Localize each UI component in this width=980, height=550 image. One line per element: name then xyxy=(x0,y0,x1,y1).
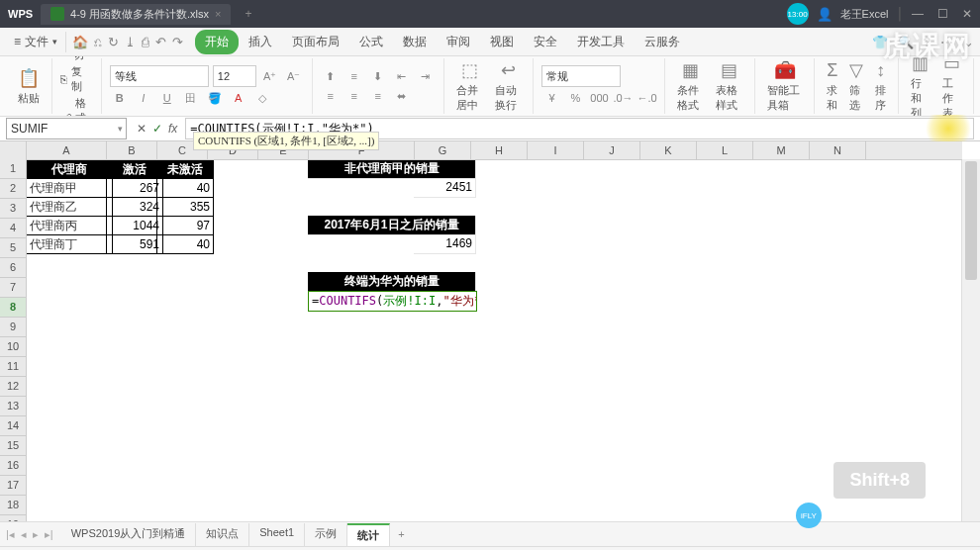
sheet-tab-示例[interactable]: 示例 xyxy=(305,523,347,546)
user-icon[interactable]: 👤 xyxy=(817,7,833,22)
qat-icon-4[interactable]: ⎙ xyxy=(142,35,149,49)
qat-icon-3[interactable]: ⤓ xyxy=(125,35,136,49)
sheet-first-icon[interactable]: |◂ xyxy=(6,528,15,541)
doc-tab[interactable]: 4-9 用函数做多条件计数.xlsx × xyxy=(41,4,231,25)
cell-C1[interactable]: 未激活 xyxy=(156,159,214,179)
merge-icon[interactable]: ⬌ xyxy=(392,87,412,105)
cell-F4[interactable]: 2017年6月1日之后的销量 xyxy=(308,216,476,235)
col-header-L[interactable]: L xyxy=(697,141,753,159)
qat-icon-1[interactable]: ⎌ xyxy=(94,35,102,49)
cell-A3[interactable]: 代理商乙 xyxy=(26,197,113,217)
cell-C5[interactable]: 40 xyxy=(156,234,214,254)
wrap-text-button[interactable]: ↩自动换行 xyxy=(491,57,526,115)
sheet-tab-统计[interactable]: 统计 xyxy=(347,523,390,546)
align-right-icon[interactable]: ≡ xyxy=(368,87,388,105)
align-center-icon[interactable]: ≡ xyxy=(344,87,364,105)
cell-F7[interactable]: 终端为华为的销量 xyxy=(308,272,476,292)
sheet-tab-知识点[interactable]: 知识点 xyxy=(196,523,249,546)
cell-C2[interactable]: 40 xyxy=(156,178,214,198)
add-sheet-button[interactable]: + xyxy=(390,525,412,543)
cell-C3[interactable]: 355 xyxy=(156,197,214,217)
row-header-1[interactable]: 1 xyxy=(0,159,26,179)
close-icon[interactable]: ✕ xyxy=(962,7,972,21)
row-header-16[interactable]: 16 xyxy=(0,456,26,476)
row-header-13[interactable]: 13 xyxy=(0,397,26,416)
worksheet-button[interactable]: ▭工作表 xyxy=(938,56,965,117)
qat-icon-0[interactable]: 🏠 xyxy=(72,35,88,49)
bold-icon[interactable]: B xyxy=(110,89,130,107)
indent-dec-icon[interactable]: ⇤ xyxy=(392,67,412,85)
cells-layer[interactable]: 代理商激活未激活代理商甲26740代理商乙324355代理商丙104497代理商… xyxy=(26,159,962,521)
sum-button[interactable]: Σ求和 xyxy=(823,58,841,115)
font-size-select[interactable] xyxy=(213,65,256,87)
percent-icon[interactable]: % xyxy=(565,89,585,107)
menu-tab-审阅[interactable]: 审阅 xyxy=(437,30,480,54)
col-header-M[interactable]: M xyxy=(753,141,810,159)
help-icon[interactable]: ? xyxy=(924,35,931,49)
border-icon[interactable]: 田 xyxy=(181,89,201,107)
filter-button[interactable]: ▽筛选 xyxy=(845,57,867,115)
menu-tab-开发工具[interactable]: 开发工具 xyxy=(567,30,635,54)
row-header-12[interactable]: 12 xyxy=(0,377,26,397)
col-header-I[interactable]: I xyxy=(528,141,584,159)
underline-icon[interactable]: U xyxy=(157,89,177,107)
row-header-5[interactable]: 5 xyxy=(0,238,26,258)
row-header-11[interactable]: 11 xyxy=(0,357,26,377)
paste-button[interactable]: 📋粘贴 xyxy=(14,65,44,108)
maximize-icon[interactable]: ☐ xyxy=(937,7,948,21)
smart-toolbox-button[interactable]: 🧰智能工具箱 xyxy=(763,57,806,115)
row-header-14[interactable]: 14 xyxy=(0,416,26,436)
cell-A1[interactable]: 代理商 xyxy=(26,159,113,179)
menu-tab-数据[interactable]: 数据 xyxy=(393,30,437,54)
cell-B3[interactable]: 324 xyxy=(106,197,163,217)
row-header-2[interactable]: 2 xyxy=(0,179,26,199)
collapse-ribbon-icon[interactable]: ⋯ xyxy=(940,35,953,49)
select-all-corner[interactable] xyxy=(0,141,27,159)
number-format-select[interactable] xyxy=(541,65,621,87)
decrease-font-icon[interactable]: A⁻ xyxy=(284,67,304,85)
align-bottom-icon[interactable]: ⬇ xyxy=(368,67,388,85)
comma-icon[interactable]: 000 xyxy=(589,89,609,107)
menu-tab-公式[interactable]: 公式 xyxy=(349,30,393,54)
sheet-tab-WPS2019从入门到精通[interactable]: WPS2019从入门到精通 xyxy=(61,523,197,546)
col-header-J[interactable]: J xyxy=(584,141,640,159)
menu-tab-插入[interactable]: 插入 xyxy=(239,30,282,54)
clear-format-icon[interactable]: ◇ xyxy=(252,89,272,107)
cell-A2[interactable]: 代理商甲 xyxy=(26,178,113,198)
file-menu[interactable]: ≡ 文件 ▾ xyxy=(6,32,66,52)
caret-icon[interactable]: ⌄ xyxy=(963,35,974,49)
indent-inc-icon[interactable]: ⇥ xyxy=(416,67,436,85)
cell-F1[interactable]: 非代理商甲的销量 xyxy=(308,159,476,179)
scrollbar-thumb[interactable] xyxy=(965,161,977,280)
qat-icon-5[interactable]: ↶ xyxy=(155,35,166,49)
sheet-prev-icon[interactable]: ◂ xyxy=(21,528,27,541)
col-header-K[interactable]: K xyxy=(640,141,697,159)
italic-icon[interactable]: I xyxy=(134,89,153,107)
sort-button[interactable]: ↕排序 xyxy=(871,58,890,115)
format-painter-button[interactable]: 🖌格式刷 xyxy=(60,96,93,118)
col-header-B[interactable]: B xyxy=(107,141,157,159)
row-header-15[interactable]: 15 xyxy=(0,436,26,456)
row-header-9[interactable]: 9 xyxy=(0,318,26,337)
cancel-formula-icon[interactable]: ✕ xyxy=(137,122,147,136)
font-name-select[interactable] xyxy=(110,65,209,87)
col-header-N[interactable]: N xyxy=(810,141,866,159)
row-header-18[interactable]: 18 xyxy=(0,496,26,515)
conditional-format-button[interactable]: ▦条件格式 xyxy=(673,57,708,115)
qat-icon-6[interactable]: ↷ xyxy=(172,35,183,49)
fill-color-icon[interactable]: 🪣 xyxy=(205,89,225,107)
row-header-3[interactable]: 3 xyxy=(0,199,26,219)
search-icon[interactable]: 🔍 xyxy=(898,35,914,49)
menu-tab-云服务[interactable]: 云服务 xyxy=(635,30,690,54)
sheet-next-icon[interactable]: ▸ xyxy=(33,528,39,541)
qat-icon-2[interactable]: ↻ xyxy=(108,35,119,49)
row-header-17[interactable]: 17 xyxy=(0,476,26,496)
menu-tab-安全[interactable]: 安全 xyxy=(524,30,567,54)
row-header-6[interactable]: 6 xyxy=(0,258,26,278)
dec-inc-icon[interactable]: .0→ xyxy=(613,89,633,107)
row-header-7[interactable]: 7 xyxy=(0,278,26,298)
name-box[interactable]: SUMIF xyxy=(6,118,127,139)
menu-tab-视图[interactable]: 视图 xyxy=(480,30,524,54)
cut-button[interactable]: ✂剪切 xyxy=(60,56,93,62)
minimize-icon[interactable]: — xyxy=(912,7,924,21)
